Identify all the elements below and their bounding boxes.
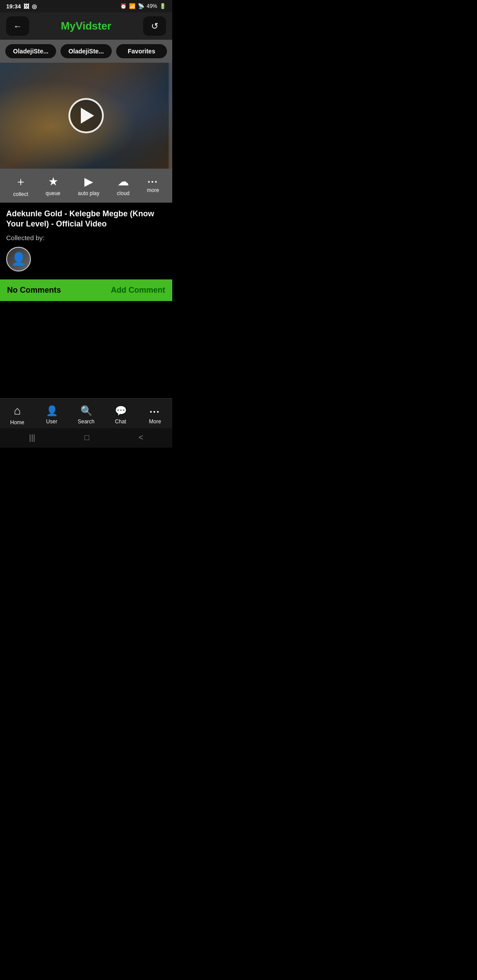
content-area (0, 301, 172, 398)
nav-search[interactable]: Search (69, 404, 103, 425)
wifi-icon: 📶 (129, 3, 136, 9)
android-menu-button[interactable]: ||| (29, 433, 35, 442)
scroll-indicator (169, 63, 172, 169)
battery-icon: 🔋 (159, 3, 166, 9)
search-label: Search (78, 418, 95, 425)
home-label: Home (10, 419, 24, 426)
video-title: Adekunle Gold - Kelegbe Megbe (Know Your… (6, 209, 166, 230)
video-info: Adekunle Gold - Kelegbe Megbe (Know Your… (0, 203, 172, 279)
autoplay-label: auto play (78, 190, 99, 196)
nav-chat[interactable]: Chat (103, 404, 138, 425)
chat-icon (115, 404, 127, 417)
status-time: 19:34 🖼 ◎ (6, 3, 37, 10)
no-comments-text: No Comments (7, 286, 61, 295)
status-bar: 19:34 🖼 ◎ ⏰ 📶 📡 49% 🔋 (0, 0, 172, 12)
alarm-icon: ⏰ (120, 3, 127, 9)
tab-oladeji-1[interactable]: OladejiSte... (5, 44, 56, 58)
queue-icon: ★ (48, 175, 58, 188)
play-button[interactable] (68, 98, 104, 133)
autoplay-icon: ▶ (84, 175, 93, 188)
app-title: MyVidster (61, 20, 111, 32)
more-nav-icon (150, 404, 160, 417)
more-action[interactable]: ••• more (147, 178, 159, 193)
chat-label: Chat (115, 418, 126, 425)
video-wrapper (0, 63, 172, 169)
play-triangle-icon (81, 108, 94, 124)
queue-action[interactable]: ★ queue (45, 175, 60, 196)
signal-icon: 📡 (138, 3, 144, 9)
action-row: ＋ collect ★ queue ▶ auto play ☁ cloud ••… (0, 169, 172, 203)
search-icon (80, 404, 92, 417)
autoplay-action[interactable]: ▶ auto play (78, 175, 99, 196)
user-label: User (46, 418, 57, 425)
photo-icon: 🖼 (23, 3, 29, 10)
back-button[interactable]: ← (6, 16, 29, 36)
nav-user[interactable]: User (34, 404, 69, 425)
collected-by-label: Collected by: (6, 234, 166, 241)
tab-row: OladejiSte... OladejiSte... Favorites (0, 40, 172, 63)
cloud-icon: ☁ (117, 175, 129, 188)
status-icons: ⏰ 📶 📡 49% 🔋 (120, 3, 166, 9)
battery-display: 49% (147, 3, 157, 9)
android-back-button[interactable]: < (139, 433, 144, 442)
more-nav-label: More (149, 418, 161, 425)
queue-label: queue (45, 190, 60, 196)
shazam-icon: ◎ (32, 3, 37, 10)
user-icon (46, 404, 58, 417)
tab-favorites[interactable]: Favorites (116, 44, 167, 58)
video-thumbnail[interactable] (0, 63, 172, 169)
android-home-button[interactable]: □ (84, 433, 89, 442)
collect-label: collect (13, 191, 28, 197)
bottom-nav: Home User Search Chat More (0, 398, 172, 428)
avatar-icon: 👤 (11, 252, 26, 266)
avatar[interactable]: 👤 (6, 247, 31, 271)
more-label: more (147, 187, 159, 193)
back-icon: ← (13, 21, 22, 31)
collect-icon: ＋ (15, 174, 26, 189)
refresh-icon: ↺ (151, 21, 159, 31)
collect-action[interactable]: ＋ collect (13, 174, 28, 197)
more-icon: ••• (148, 178, 159, 185)
android-nav-bar: ||| □ < (0, 428, 172, 448)
app-header: ← MyVidster ↺ (0, 12, 172, 40)
nav-more[interactable]: More (138, 404, 172, 425)
cloud-action[interactable]: ☁ cloud (117, 175, 130, 196)
home-icon (14, 404, 21, 418)
comments-bar: No Comments Add Comment (0, 279, 172, 301)
refresh-button[interactable]: ↺ (143, 16, 166, 36)
time-display: 19:34 (6, 3, 21, 10)
tab-oladeji-2[interactable]: OladejiSte... (61, 44, 111, 58)
add-comment-button[interactable]: Add Comment (111, 286, 165, 295)
nav-home[interactable]: Home (0, 404, 34, 426)
cloud-label: cloud (117, 190, 130, 196)
